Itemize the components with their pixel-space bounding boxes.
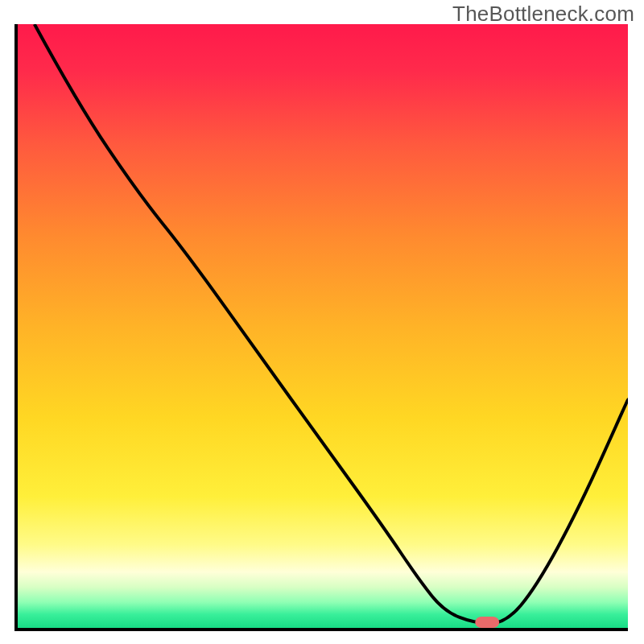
- watermark-text: TheBottleneck.com: [452, 2, 634, 27]
- chart-container: TheBottleneck.com: [0, 0, 644, 644]
- bottleneck-curve-chart: [0, 0, 644, 644]
- optimal-point-marker: [475, 617, 499, 628]
- gradient-background: [16, 24, 628, 630]
